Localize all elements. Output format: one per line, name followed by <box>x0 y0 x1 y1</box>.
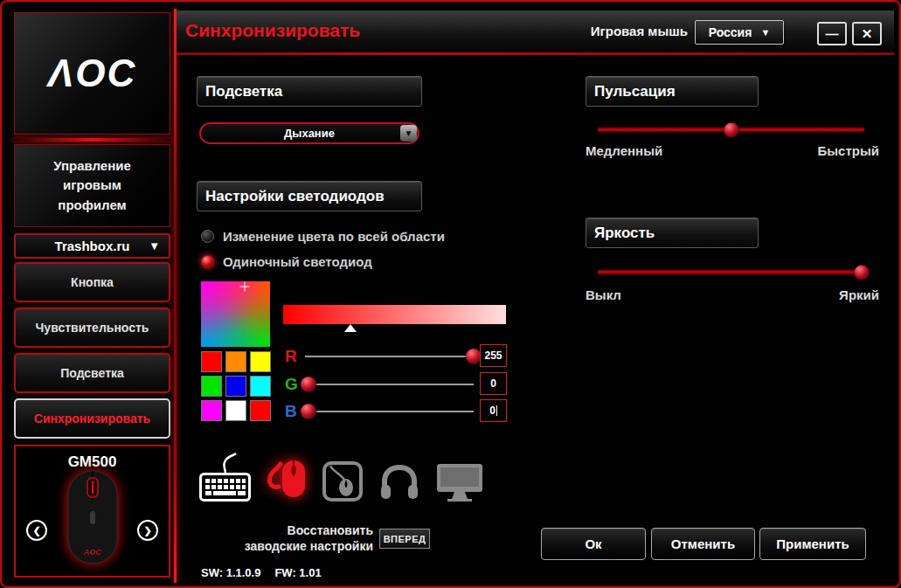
apply-button[interactable]: Применить <box>759 528 866 560</box>
radio-label: Одиночный светодиод <box>223 254 372 269</box>
mouse-icon <box>267 453 307 502</box>
sidebar: ΛOC Управление игровым профилем Trashbox… <box>10 10 174 581</box>
red-value: 255 <box>484 349 502 362</box>
sidebar-item-label: Чувствительность <box>36 321 149 335</box>
blue-slider-thumb[interactable] <box>301 404 316 419</box>
green-slider-thumb[interactable] <box>301 377 316 392</box>
red-channel-label: R <box>285 347 302 366</box>
app-window: ΛOC Управление игровым профилем Trashbox… <box>0 0 901 588</box>
sidebar-item-label: Кнопка <box>71 275 114 289</box>
profile-dropdown[interactable]: Trashbox.ru ▼ <box>14 233 170 259</box>
text-cursor <box>496 405 497 416</box>
page-title: Синхронизировать <box>185 20 360 41</box>
color-swatch[interactable] <box>250 351 271 372</box>
restore-defaults-button[interactable]: ВПЕРЕД <box>379 529 430 549</box>
chevron-left-icon: ❮ <box>32 525 40 536</box>
color-picker-field[interactable] <box>201 281 270 347</box>
backlight-mode-value: Дыхание <box>284 127 335 140</box>
button-label: Отменить <box>671 536 735 551</box>
color-swatch[interactable] <box>225 351 246 372</box>
color-swatch-grid <box>201 351 273 421</box>
monitor-icon <box>435 460 484 502</box>
radio-option-whole-area[interactable]: Изменение цвета по всей области <box>201 229 445 244</box>
firmware-version: FW: 1.01 <box>274 566 321 579</box>
color-swatch[interactable] <box>250 376 271 397</box>
prev-device-button[interactable]: ❮ <box>26 520 47 541</box>
sidebar-item-backlight[interactable]: Подсветка <box>14 353 170 393</box>
minimize-button[interactable]: — <box>817 22 847 45</box>
cancel-button[interactable]: Отменить <box>651 528 755 560</box>
device-preview-panel: GM500 ❮ ❯ AOC <box>14 445 170 578</box>
color-swatch[interactable] <box>201 376 222 397</box>
radio-selected-icon <box>201 255 214 268</box>
red-slider[interactable] <box>305 356 474 357</box>
brightness-slider[interactable] <box>598 270 864 274</box>
sidebar-item-label: Подсветка <box>60 366 124 380</box>
profile-dropdown-value: Trashbox.ru <box>55 239 130 253</box>
color-swatch[interactable] <box>250 400 271 421</box>
saturation-marker-icon[interactable] <box>344 324 357 332</box>
monitor-tab[interactable] <box>435 460 484 502</box>
aoc-logo: ΛOC <box>48 52 136 95</box>
mousepad-tab[interactable] <box>322 460 364 502</box>
sidebar-item-sensitivity[interactable]: Чувствительность <box>14 308 170 348</box>
device-type-tabs <box>199 452 484 502</box>
keyboard-icon <box>199 452 252 502</box>
next-device-button[interactable]: ❯ <box>137 520 158 541</box>
pulse-slider[interactable] <box>598 128 864 132</box>
headset-icon <box>378 460 420 502</box>
brightness-max-label: Яркий <box>839 287 879 302</box>
svg-text:AOC: AOC <box>83 548 102 557</box>
backlight-mode-dropdown[interactable]: Дыхание ▼ <box>199 122 419 144</box>
color-swatch[interactable] <box>201 351 222 372</box>
radio-icon <box>201 230 214 243</box>
color-swatch[interactable] <box>201 400 222 421</box>
keyboard-tab[interactable] <box>199 452 252 502</box>
headset-tab[interactable] <box>378 460 420 502</box>
saturation-bar[interactable] <box>283 305 506 324</box>
pulse-min-label: Медленный <box>586 143 662 158</box>
chevron-down-icon: ▼ <box>149 239 160 252</box>
profile-management-header: Управление игровым профилем <box>14 144 170 227</box>
blue-value-input[interactable]: 0 <box>480 399 507 422</box>
ok-button[interactable]: Ок <box>541 528 646 560</box>
color-swatch[interactable] <box>225 376 246 397</box>
section-title: Подсветка <box>205 83 282 100</box>
brightness-slider-thumb[interactable] <box>854 265 869 280</box>
blue-value: 0 <box>489 405 496 417</box>
sidebar-item-synchronize[interactable]: Синхронизировать <box>14 398 170 439</box>
green-slider[interactable] <box>305 384 474 385</box>
language-dropdown[interactable]: Россия ▼ <box>695 20 784 45</box>
status-bar: SW: 1.1.0.9 FW: 1.01 <box>201 566 322 579</box>
sidebar-item-buttons[interactable]: Кнопка <box>14 262 170 302</box>
chevron-down-icon: ▼ <box>760 27 770 38</box>
section-title: Пульсация <box>594 83 676 100</box>
mouse-image: AOC <box>60 466 125 569</box>
sidebar-divider <box>12 138 172 142</box>
green-value-input[interactable]: 0 <box>480 372 507 395</box>
close-icon: ✕ <box>862 26 873 42</box>
button-label: Ок <box>585 536 601 551</box>
blue-slider[interactable] <box>305 411 474 412</box>
pulse-max-label: Быстрый <box>818 143 879 158</box>
brand-panel: ΛOC <box>14 12 170 135</box>
color-swatch[interactable] <box>225 400 246 421</box>
software-version: SW: 1.1.0.9 <box>201 566 260 579</box>
button-label: Применить <box>776 536 849 551</box>
minimize-icon: — <box>826 26 839 41</box>
pulse-section-header: Пульсация <box>586 76 759 107</box>
color-picker-cursor-icon[interactable] <box>239 282 249 292</box>
chevron-right-icon: ❯ <box>143 525 151 536</box>
title-bar-divider <box>177 52 894 55</box>
chevron-down-icon: ▼ <box>400 125 417 142</box>
pulse-slider-thumb[interactable] <box>724 122 738 137</box>
close-button[interactable]: ✕ <box>852 22 882 45</box>
backlight-section-header: Подсветка <box>197 76 422 107</box>
mousepad-icon <box>322 460 364 502</box>
mouse-tab[interactable] <box>267 453 307 502</box>
red-value-input[interactable]: 255 <box>480 344 507 367</box>
radio-option-single-led[interactable]: Одиночный светодиод <box>201 254 372 269</box>
section-title: Настройки светодиодов <box>205 188 385 205</box>
led-section-header: Настройки светодиодов <box>197 181 422 211</box>
restore-defaults-label: Восстановить заводские настройки <box>225 523 373 554</box>
